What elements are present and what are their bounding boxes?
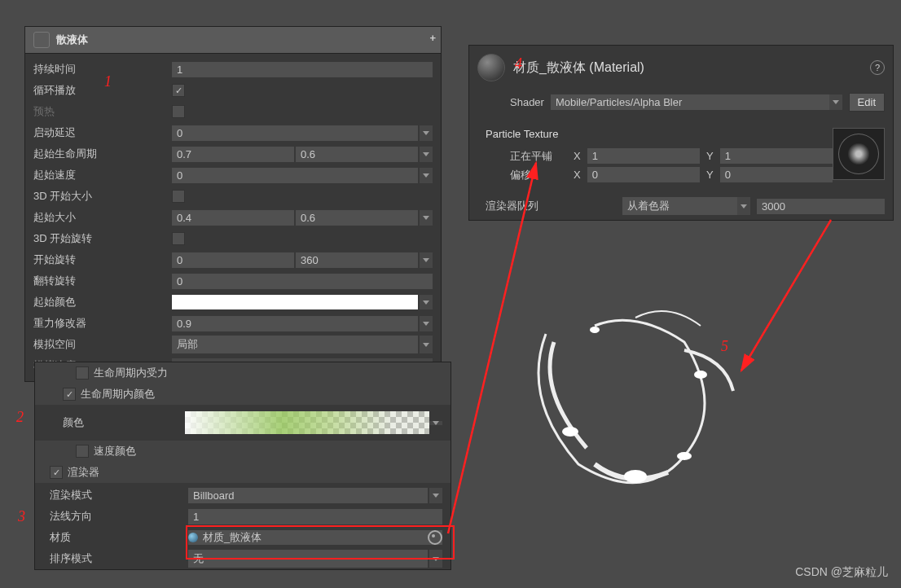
section-force[interactable]: 生命周期内受力 xyxy=(35,362,450,384)
material-icon xyxy=(188,533,198,542)
queue-src[interactable]: 从着色器 xyxy=(622,197,750,215)
row-duration: 持续时间 1 xyxy=(25,59,441,80)
checkbox-col[interactable] xyxy=(63,388,76,401)
field-tile-y[interactable]: 1 xyxy=(720,148,833,164)
label-rot: 开始旋转 xyxy=(33,252,172,267)
section-renderer[interactable]: 渲染器 xyxy=(35,462,450,483)
queue-val[interactable]: 3000 xyxy=(757,199,885,214)
dropdown-arrow-icon[interactable] xyxy=(429,421,442,425)
texture-thumbnail[interactable] xyxy=(833,128,885,180)
annotation-3: 3 xyxy=(18,508,25,525)
label-speed: 起始速度 xyxy=(33,168,172,182)
checkbox-rot3d[interactable] xyxy=(172,232,185,245)
dropdown-arrow-icon[interactable] xyxy=(429,488,442,503)
row-flip: 翻转旋转 0 xyxy=(25,270,441,292)
row-material: 材质 材质_散液体 xyxy=(35,527,450,548)
large-texture-preview xyxy=(472,269,782,513)
dropdown-arrow-icon[interactable] xyxy=(420,125,433,141)
particle-panel: 散液体 + 持续时间 1 循环播放 预热 启动延迟 0 起始生命周期 0.7 0… xyxy=(24,26,442,382)
edit-button[interactable]: Edit xyxy=(849,93,885,112)
row-rot3d: 3D 开始旋转 xyxy=(25,228,441,249)
field-off-x[interactable]: 0 xyxy=(587,167,700,182)
field-normal[interactable]: 1 xyxy=(188,509,442,524)
help-icon[interactable]: ? xyxy=(870,60,885,75)
field-delay[interactable]: 0 xyxy=(172,125,418,141)
field-rot-a[interactable]: 0 xyxy=(172,252,294,268)
checkbox-renderer[interactable] xyxy=(50,466,63,479)
watermark: CSDN @芝麻粒儿 xyxy=(795,565,888,580)
field-duration[interactable]: 1 xyxy=(172,62,433,77)
label-gravity: 重力修改器 xyxy=(33,316,172,331)
dropdown-arrow-icon[interactable] xyxy=(420,336,433,353)
section-color-by-speed[interactable]: 速度颜色 xyxy=(35,441,450,462)
dropdown-arrow-icon[interactable] xyxy=(429,550,442,568)
field-lifetime-a[interactable]: 0.7 xyxy=(172,147,294,162)
material-header[interactable]: 材质_散液体 (Material) ? xyxy=(469,46,893,90)
x-label: X xyxy=(574,169,581,181)
gradient-editor[interactable] xyxy=(185,411,429,434)
checkbox-prewarm xyxy=(172,105,185,118)
field-size-a[interactable]: 0.4 xyxy=(172,210,294,226)
section-speedcolor-label: 速度颜色 xyxy=(94,444,136,459)
dropdown-arrow-icon[interactable] xyxy=(420,252,433,268)
field-material[interactable]: 材质_散液体 xyxy=(188,530,442,545)
texture-section-label: Particle Texture xyxy=(486,128,833,140)
label-size3d: 3D 开始大小 xyxy=(33,189,172,204)
field-rot-b[interactable]: 360 xyxy=(296,252,418,268)
row-speed: 起始速度 0 xyxy=(25,165,441,186)
field-lifetime-b[interactable]: 0.6 xyxy=(296,147,418,162)
field-flip[interactable]: 0 xyxy=(172,274,433,289)
row-rot: 开始旋转 0 360 xyxy=(25,249,441,270)
label-delay: 启动延迟 xyxy=(33,125,172,140)
y-label: Y xyxy=(706,150,714,162)
object-picker-icon[interactable] xyxy=(428,530,442,545)
field-speed[interactable]: 0 xyxy=(172,168,418,183)
field-simspace[interactable]: 局部 xyxy=(172,336,418,353)
dropdown-arrow-icon[interactable] xyxy=(420,210,433,226)
field-sort[interactable]: 无 xyxy=(188,550,428,568)
material-name: 材质_散液体 xyxy=(203,530,262,545)
label-sort: 排序模式 xyxy=(50,551,188,566)
row-normal: 法线方向 1 xyxy=(35,506,450,527)
checkbox-force[interactable] xyxy=(76,366,89,380)
label-color: 起始颜色 xyxy=(33,295,172,309)
material-panel: 材质_散液体 (Material) ? Shader Mobile/Partic… xyxy=(468,45,894,221)
row-loop: 循环播放 xyxy=(25,80,441,101)
color-swatch[interactable] xyxy=(172,295,418,309)
dropdown-arrow-icon[interactable] xyxy=(420,316,433,331)
panel-header[interactable]: 散液体 + xyxy=(25,27,441,54)
dropdown-arrow-icon[interactable] xyxy=(420,295,433,309)
field-gravity[interactable]: 0.9 xyxy=(172,316,418,331)
field-rendermode[interactable]: Billboard xyxy=(188,488,428,503)
shader-label: Shader xyxy=(510,96,544,108)
checkbox-size3d[interactable] xyxy=(172,190,185,203)
shader-dropdown[interactable]: Mobile/Particles/Alpha Bler xyxy=(551,94,842,110)
add-icon[interactable]: + xyxy=(429,32,436,44)
svg-point-4 xyxy=(677,452,692,460)
label-normal: 法线方向 xyxy=(50,509,188,524)
row-delay: 启动延迟 0 xyxy=(25,122,441,143)
particle-icon xyxy=(33,32,50,48)
label-duration: 持续时间 xyxy=(33,62,172,77)
material-preview-icon xyxy=(477,54,505,81)
label-flip: 翻转旋转 xyxy=(33,274,172,288)
field-size-b[interactable]: 0.6 xyxy=(296,210,418,226)
row-simspace: 模拟空间 局部 xyxy=(25,334,441,355)
annotation-2: 2 xyxy=(16,409,24,426)
dropdown-arrow-icon[interactable] xyxy=(737,197,750,215)
field-tile-x[interactable]: 1 xyxy=(587,148,700,164)
svg-point-3 xyxy=(590,327,600,333)
row-rendermode: 渲染模式 Billboard xyxy=(35,485,450,506)
field-off-y[interactable]: 0 xyxy=(720,167,833,182)
checkbox-loop[interactable] xyxy=(172,84,185,97)
dropdown-arrow-icon[interactable] xyxy=(829,94,842,110)
section-color-over-life[interactable]: 生命周期内颜色 xyxy=(35,384,450,405)
checkbox-speedcolor[interactable] xyxy=(76,445,89,458)
modules-panel: 生命周期内受力 生命周期内颜色 颜色 速度颜色 渲染器 渲染模式 Billboa… xyxy=(34,362,451,570)
section-force-label: 生命周期内受力 xyxy=(94,366,168,380)
shader-row: Shader Mobile/Particles/Alpha Bler Edit xyxy=(469,90,893,120)
row-prewarm: 预热 xyxy=(25,101,441,122)
label-rendermode: 渲染模式 xyxy=(50,488,188,502)
dropdown-arrow-icon[interactable] xyxy=(420,168,433,183)
dropdown-arrow-icon[interactable] xyxy=(420,147,433,162)
